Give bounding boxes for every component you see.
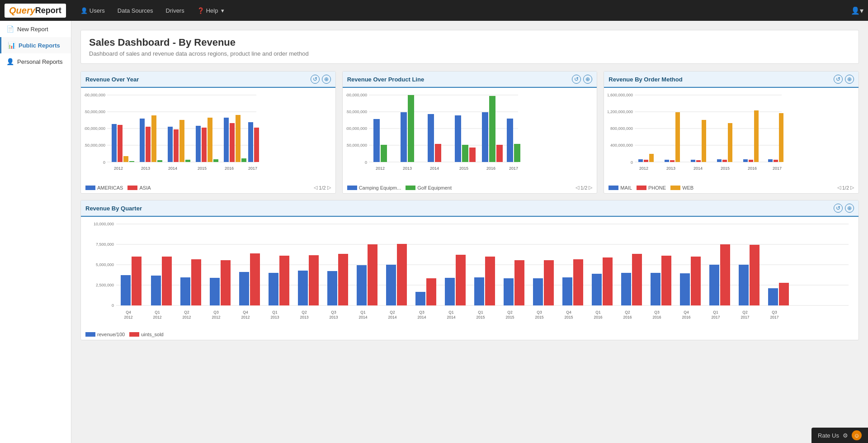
svg-rect-49 bbox=[381, 145, 387, 162]
svg-rect-82 bbox=[670, 160, 675, 162]
svg-text:2017: 2017 bbox=[248, 166, 257, 171]
svg-text:1,200,000,000: 1,200,000,000 bbox=[608, 110, 633, 114]
svg-text:2016: 2016 bbox=[653, 315, 661, 319]
settings-btn-order[interactable]: ⊕ bbox=[845, 75, 854, 84]
rate-us-footer[interactable]: Rate Us ⚙ ☺ bbox=[811, 428, 868, 443]
legend-color-americas bbox=[85, 186, 95, 190]
settings-btn-quarter[interactable]: ⊕ bbox=[845, 204, 854, 213]
svg-text:0: 0 bbox=[631, 160, 633, 165]
nav-user-menu[interactable]: 👤▾ bbox=[851, 6, 863, 15]
svg-rect-56 bbox=[469, 148, 476, 162]
svg-rect-128 bbox=[239, 272, 249, 305]
sidebar-item-new-report[interactable]: 📄 New Report bbox=[0, 21, 71, 37]
chart-svg-revenue-year: 600,000,000 450,000,000 300,000,000 150,… bbox=[85, 91, 261, 181]
prev-page-product-icon[interactable]: ◁ bbox=[576, 185, 579, 191]
svg-text:7,500,000: 7,500,000 bbox=[96, 242, 114, 247]
svg-text:2015: 2015 bbox=[476, 315, 485, 319]
svg-text:2012: 2012 bbox=[183, 315, 191, 319]
svg-rect-93 bbox=[768, 159, 773, 162]
svg-rect-165 bbox=[514, 260, 524, 305]
svg-rect-21 bbox=[185, 160, 190, 162]
prev-page-icon[interactable]: ◁ bbox=[314, 185, 317, 191]
refresh-btn-order[interactable]: ↺ bbox=[834, 75, 843, 84]
legend-phone: PHONE bbox=[637, 185, 666, 191]
svg-rect-120 bbox=[180, 277, 190, 305]
next-page-product-icon[interactable]: ▷ bbox=[589, 185, 592, 191]
chart-grid-top: Revenue Over Year ↺ ⊕ 600,000,000 450,00… bbox=[80, 71, 859, 194]
svg-rect-54 bbox=[455, 115, 461, 162]
svg-text:800,000,000: 800,000,000 bbox=[610, 126, 633, 131]
svg-rect-113 bbox=[132, 257, 142, 305]
svg-text:2016: 2016 bbox=[594, 315, 603, 319]
svg-text:Q1: Q1 bbox=[272, 310, 278, 314]
nav-data-sources[interactable]: Data Sources bbox=[112, 5, 159, 17]
svg-rect-156 bbox=[445, 278, 455, 305]
svg-rect-92 bbox=[754, 110, 759, 162]
refresh-btn-revenue-year[interactable]: ↺ bbox=[311, 75, 320, 84]
svg-rect-197 bbox=[750, 245, 760, 305]
svg-text:2015: 2015 bbox=[565, 315, 573, 319]
svg-rect-161 bbox=[485, 257, 495, 305]
svg-text:2016: 2016 bbox=[748, 166, 757, 171]
svg-rect-27 bbox=[230, 123, 235, 162]
svg-rect-188 bbox=[680, 273, 690, 305]
chart-actions-order: ↺ ⊕ bbox=[834, 75, 854, 84]
chart-title-quarter: Revenue By Quarter bbox=[85, 205, 142, 212]
settings-btn-revenue-year[interactable]: ⊕ bbox=[322, 75, 331, 84]
svg-text:Q3: Q3 bbox=[331, 310, 336, 314]
svg-rect-193 bbox=[720, 244, 730, 305]
prev-page-order-icon[interactable]: ◁ bbox=[837, 185, 841, 191]
sidebar: 📄 New Report 📊 Public Reports 👤 Personal… bbox=[0, 21, 71, 443]
svg-rect-180 bbox=[621, 273, 631, 305]
svg-text:2014: 2014 bbox=[418, 315, 426, 319]
svg-text:2013: 2013 bbox=[666, 166, 675, 171]
legend-color-golf bbox=[406, 186, 415, 190]
svg-text:2017: 2017 bbox=[773, 166, 782, 171]
chart-body-order: 1,600,000,000 1,200,000,000 800,000,000 … bbox=[604, 88, 859, 183]
legend-web: WEB bbox=[670, 185, 693, 191]
svg-text:2013: 2013 bbox=[141, 166, 150, 171]
svg-text:Q2: Q2 bbox=[507, 310, 513, 314]
svg-rect-53 bbox=[435, 144, 441, 162]
legend-camping: Camping Equipm... bbox=[347, 185, 401, 191]
svg-text:2015: 2015 bbox=[506, 315, 514, 319]
svg-text:2013: 2013 bbox=[300, 315, 309, 319]
next-page-icon[interactable]: ▷ bbox=[327, 185, 331, 191]
svg-rect-60 bbox=[507, 119, 513, 162]
svg-text:Q3: Q3 bbox=[419, 310, 425, 314]
nav-users[interactable]: 👤 Users bbox=[75, 5, 110, 17]
nav-drivers[interactable]: Drivers bbox=[160, 5, 190, 17]
chart-header-product: Revenue Over Product Line ↺ ⊕ bbox=[343, 71, 597, 88]
svg-rect-169 bbox=[544, 260, 554, 305]
svg-text:10,000,000: 10,000,000 bbox=[94, 222, 114, 226]
settings-btn-product[interactable]: ⊕ bbox=[583, 75, 592, 84]
chart-legend-order: MAIL PHONE WEB ◁ 1/2 ▷ bbox=[604, 183, 859, 193]
svg-text:2016: 2016 bbox=[682, 315, 691, 319]
svg-text:300,000,000: 300,000,000 bbox=[346, 126, 367, 131]
svg-text:2017: 2017 bbox=[741, 315, 750, 319]
svg-rect-30 bbox=[248, 122, 253, 162]
chart-title-product: Revenue Over Product Line bbox=[347, 76, 425, 83]
svg-rect-25 bbox=[213, 159, 218, 162]
brand-logo[interactable]: QueryReport bbox=[5, 4, 66, 18]
svg-text:2016: 2016 bbox=[225, 166, 234, 171]
svg-rect-26 bbox=[224, 118, 229, 162]
user-nav-icon: 👤 bbox=[80, 7, 88, 14]
svg-rect-84 bbox=[691, 160, 695, 162]
svg-rect-94 bbox=[774, 160, 778, 162]
refresh-btn-product[interactable]: ↺ bbox=[572, 75, 581, 84]
sidebar-item-personal-reports[interactable]: 👤 Personal Reports bbox=[0, 53, 71, 70]
nav-help[interactable]: ❓ Help bbox=[192, 5, 230, 17]
next-page-order-icon[interactable]: ▷ bbox=[850, 185, 854, 191]
svg-rect-189 bbox=[691, 257, 701, 305]
svg-text:Q3: Q3 bbox=[213, 310, 219, 314]
chart-svg-product: 600,000,000 450,000,000 300,000,000 150,… bbox=[346, 91, 523, 181]
refresh-btn-quarter[interactable]: ↺ bbox=[834, 204, 843, 213]
sidebar-item-public-reports[interactable]: 📊 Public Reports bbox=[0, 37, 71, 53]
svg-rect-192 bbox=[709, 265, 719, 305]
svg-rect-13 bbox=[129, 161, 134, 162]
svg-text:Q1: Q1 bbox=[448, 310, 454, 314]
svg-text:2014: 2014 bbox=[430, 166, 439, 171]
svg-text:2017: 2017 bbox=[712, 315, 720, 319]
svg-rect-200 bbox=[768, 288, 778, 305]
